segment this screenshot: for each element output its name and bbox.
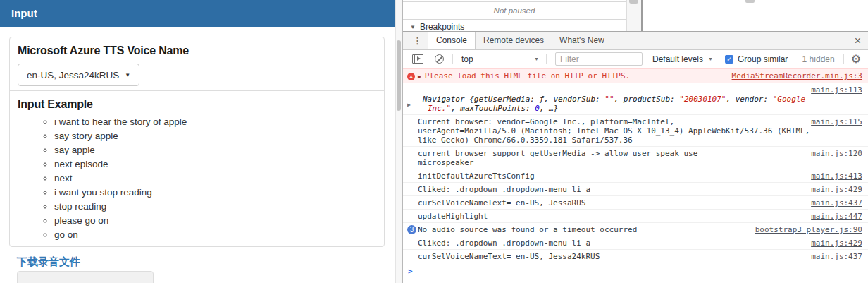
- example-list: i want to hear the story of applesay sto…: [18, 115, 376, 242]
- row-gutter: [407, 212, 418, 221]
- settings-gear-icon[interactable]: ⚙: [851, 52, 861, 66]
- page-title: Input: [0, 0, 395, 27]
- source-link[interactable]: main.js:429: [811, 185, 862, 194]
- source-link[interactable]: main.js:437: [811, 252, 862, 261]
- example-item: please go on: [54, 214, 376, 228]
- collapse-triangle-icon: ▼: [410, 24, 416, 30]
- example-item: say apple: [54, 143, 376, 157]
- group-similar-label[interactable]: Group similar: [738, 54, 788, 64]
- sources-sidebar: Not paused ▼ Breakpoints: [403, 0, 868, 31]
- audio-player: [17, 271, 154, 283]
- row-gutter: [407, 117, 418, 145]
- row-gutter: [407, 171, 418, 181]
- log-levels-selector[interactable]: Default levels ▼: [652, 54, 713, 64]
- expand-triangle-icon[interactable]: ▶: [418, 73, 421, 80]
- voice-section: Microsoft Azure TTS Voice Name en-US, Je…: [10, 37, 384, 90]
- source-link[interactable]: main.js:413: [811, 171, 862, 181]
- example-item: say story apple: [54, 129, 376, 143]
- download-recording-link[interactable]: 下载录音文件: [17, 255, 80, 269]
- source-link[interactable]: main.js:115: [811, 117, 862, 126]
- error-icon: ×: [407, 73, 415, 80]
- console-messages: MediaStreamRecorder.min.js:3×▶Please loa…: [403, 68, 868, 276]
- row-gutter: [407, 185, 418, 194]
- example-item: i want to hear the story of apple: [54, 115, 376, 129]
- voice-dropdown-button[interactable]: en-US, Jessa24kRUS ▼: [18, 64, 140, 86]
- row-gutter: [407, 149, 418, 167]
- console-prompt[interactable]: >: [403, 263, 868, 276]
- browser-page: Input Microsoft Azure TTS Voice Name en-…: [0, 0, 395, 283]
- context-selector-label: top: [461, 54, 473, 64]
- expand-triangle-icon[interactable]: ▶: [407, 95, 416, 113]
- example-section: Input Example i want to hear the story o…: [10, 90, 384, 246]
- console-message: initDefaultAzureTtsConfig: [418, 171, 862, 181]
- source-link[interactable]: main.js:429: [811, 239, 862, 248]
- tab-remote-devices[interactable]: Remote devices: [476, 32, 552, 49]
- console-message: curSelVoiceNameText= en-US, JessaRUS: [418, 198, 862, 207]
- toolbar-divider: [843, 54, 844, 64]
- screenshot-root: Input Microsoft Azure TTS Voice Name en-…: [0, 0, 868, 283]
- page-scrollbar-thumb[interactable]: [397, 40, 401, 111]
- console-row: main.js:429Cliked: .dropdown .dropdown-m…: [403, 183, 868, 196]
- console-sidebar-toggle-icon[interactable]: [412, 54, 423, 64]
- console-row: main.js:437curSelVoiceNameText= en-US, J…: [403, 250, 868, 263]
- caret-down-icon: ▼: [534, 56, 539, 61]
- tab-what-s-new[interactable]: What's New: [552, 32, 612, 49]
- example-item: stop reading: [54, 200, 376, 214]
- console-message: current browser support getUserMedia -> …: [418, 149, 862, 167]
- console-toolbar: top ▼ Default levels ▼ ✓ Group similar 1…: [403, 50, 868, 68]
- row-gutter: 3: [407, 225, 418, 234]
- log-levels-label: Default levels: [652, 54, 703, 64]
- console-row: main.js:120current browser support getUs…: [403, 147, 868, 169]
- voice-name-title: Microsoft Azure TTS Voice Name: [18, 44, 376, 57]
- devtools-panel: Not paused ▼ Breakpoints ⋮ ConsoleRemote…: [402, 0, 868, 283]
- sidebar-scrollbar[interactable]: [626, 0, 641, 31]
- page-body: Microsoft Azure TTS Voice Name en-US, Je…: [0, 27, 395, 283]
- group-similar-checkbox[interactable]: ✓: [725, 55, 733, 64]
- console-message: main.js:113▶Navigator {getUserMedia: ƒ, …: [418, 85, 862, 113]
- console-row: main.js:413initDefaultAzureTtsConfig: [403, 169, 868, 183]
- console-row: main.js:113▶Navigator {getUserMedia: ƒ, …: [403, 83, 868, 115]
- clear-console-icon[interactable]: [435, 54, 444, 64]
- voice-dropdown-label: en-US, Jessa24kRUS: [27, 70, 119, 80]
- console-row: MediaStreamRecorder.min.js:3×▶Please loa…: [403, 68, 868, 83]
- hidden-count: 1 hidden: [802, 54, 835, 64]
- row-gutter: ×: [407, 71, 418, 81]
- tab-console[interactable]: Console: [428, 32, 476, 49]
- source-link[interactable]: main.js:447: [811, 212, 862, 221]
- input-example-title: Input Example: [18, 98, 376, 111]
- sidebar-scrollbar-thumb[interactable]: [629, 0, 638, 4]
- example-item: next episode: [54, 157, 376, 171]
- devtools-menu-icon[interactable]: ⋮: [413, 35, 422, 46]
- console-row: main.js:447updateHighlight: [403, 210, 868, 223]
- drawer-tabs: ConsoleRemote devicesWhat's New: [428, 32, 612, 49]
- toolbar-divider: [452, 54, 453, 64]
- example-item: go on: [54, 228, 376, 242]
- console-message: Cliked: .dropdown .dropdown-menu li a: [418, 185, 862, 194]
- breakpoints-section[interactable]: ▼ Breakpoints: [410, 22, 464, 32]
- source-link[interactable]: MediaStreamRecorder.min.js:3: [732, 71, 862, 80]
- row-gutter: [407, 239, 418, 248]
- console-message: Cliked: .dropdown .dropdown-menu li a: [418, 239, 862, 248]
- source-link[interactable]: main.js:437: [811, 198, 862, 207]
- console-message: updateHighlight: [418, 212, 862, 221]
- source-link[interactable]: main.js:120: [811, 149, 862, 158]
- console-row: main.js:437curSelVoiceNameText= en-US, J…: [403, 196, 868, 210]
- close-drawer-icon[interactable]: ×: [855, 35, 861, 47]
- prompt-chevron-icon: >: [408, 267, 413, 276]
- input-card: Microsoft Azure TTS Voice Name en-US, Je…: [9, 37, 385, 247]
- filter-input[interactable]: [555, 52, 643, 66]
- console-row: main.js:429Cliked: .dropdown .dropdown-m…: [403, 236, 868, 250]
- drawer-tabbar: ⋮ ConsoleRemote devicesWhat's New ×: [403, 32, 868, 50]
- breakpoints-label: Breakpoints: [420, 22, 464, 32]
- example-item: i want you stop reading: [54, 186, 376, 200]
- debugger-status: Not paused: [403, 1, 626, 20]
- editor-scrollbar-thumb[interactable]: [745, 0, 755, 3]
- source-link[interactable]: main.js:113: [811, 85, 862, 95]
- example-item: next: [54, 171, 376, 186]
- toolbar-divider: [719, 54, 719, 64]
- repeat-count-badge: 3: [407, 225, 416, 234]
- context-selector[interactable]: top ▼: [461, 54, 539, 64]
- row-gutter: [407, 198, 418, 207]
- source-link[interactable]: bootstrap3_player.js:90: [755, 225, 862, 234]
- row-gutter: [407, 252, 418, 261]
